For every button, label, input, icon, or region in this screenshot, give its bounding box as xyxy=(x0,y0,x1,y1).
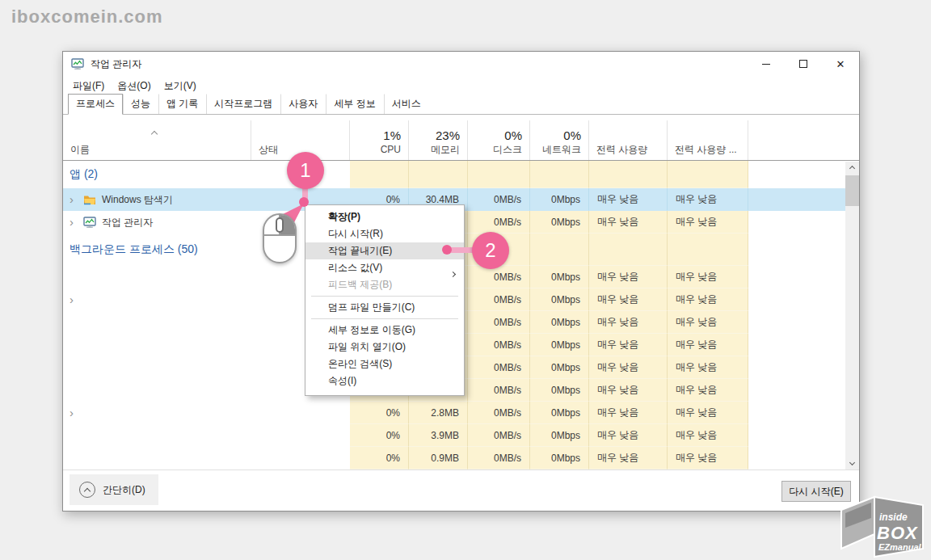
column-header-value: 0% xyxy=(475,128,522,143)
status-cell xyxy=(251,402,350,424)
row-filler xyxy=(748,334,859,356)
network-cell: 0Mbps xyxy=(530,266,589,288)
network-cell: 0Mbps xyxy=(530,424,589,447)
column-header-cpu[interactable]: 1%CPU xyxy=(350,120,409,160)
process-row[interactable]: 0%0.9MB0MB/s0Mbps매우 낮음매우 낮음 xyxy=(63,447,859,469)
svg-text:BOX: BOX xyxy=(877,523,918,543)
network-cell xyxy=(530,234,589,266)
menubar-item[interactable]: 파일(F) xyxy=(66,77,111,95)
name-cell: › xyxy=(63,288,251,311)
expand-chevron-icon[interactable]: › xyxy=(70,296,78,304)
expand-chevron-icon[interactable]: › xyxy=(70,409,78,417)
column-header-network[interactable]: 0%네트워크 xyxy=(530,120,589,160)
context-menu-item[interactable]: 리소스 값(V) xyxy=(305,259,464,276)
name-cell: ›작업 관리자 xyxy=(63,211,251,234)
name-cell: 백그라운드 프로세스 (50) xyxy=(63,234,251,266)
close-icon: ✕ xyxy=(836,58,845,70)
titlebar[interactable]: 작업 관리자 ✕ xyxy=(63,52,859,76)
name-cell xyxy=(63,356,251,379)
vertical-scrollbar[interactable] xyxy=(845,162,859,469)
memory-cell: 3.9MB xyxy=(409,424,468,447)
network-cell: 0Mbps xyxy=(530,334,589,356)
status-cell xyxy=(251,447,350,469)
context-menu-item[interactable]: 온라인 검색(S) xyxy=(305,356,464,373)
name-cell: › xyxy=(63,402,251,424)
context-menu-item[interactable]: 파일 위치 열기(O) xyxy=(305,339,464,356)
footer-bar: 간단히(D) 다시 시작(E) xyxy=(63,469,859,511)
column-header-label: 네트워크 xyxy=(537,143,581,156)
window-controls: ✕ xyxy=(748,52,859,76)
sort-ascending-icon xyxy=(152,125,158,132)
disk-cell xyxy=(468,161,530,188)
tab-성능[interactable]: 성능 xyxy=(123,94,158,114)
context-menu-item[interactable]: 작업 끝내기(E) xyxy=(305,242,464,259)
column-header-filler xyxy=(748,120,859,160)
tab-사용자[interactable]: 사용자 xyxy=(280,94,326,114)
cpu-cell xyxy=(350,161,409,188)
process-row[interactable]: ›0%2.8MB0MB/s0Mbps매우 낮음매우 낮음 xyxy=(63,402,859,424)
column-header-label: 이름 xyxy=(70,143,243,156)
menubar-item[interactable]: 보기(V) xyxy=(158,77,203,95)
context-menu-item[interactable]: 세부 정보로 이동(G) xyxy=(305,322,464,339)
expand-chevron-icon[interactable]: › xyxy=(70,196,78,204)
menu-divider xyxy=(311,296,458,297)
tab-bar: 프로세스성능앱 기록시작프로그램사용자세부 정보서비스 xyxy=(63,96,859,115)
ptrend-cell: 매우 낮음 xyxy=(668,188,748,211)
minimize-button[interactable] xyxy=(748,52,785,76)
column-header-power[interactable]: 전력 사용량 xyxy=(589,120,668,160)
row-filler xyxy=(748,161,859,188)
column-header-memory[interactable]: 23%메모리 xyxy=(409,120,468,160)
tab-서비스[interactable]: 서비스 xyxy=(384,94,429,114)
context-menu-item[interactable]: 다시 시작(R) xyxy=(305,225,464,242)
column-header-ptrend[interactable]: 전력 사용량 ... xyxy=(668,120,748,160)
ptrend-cell: 매우 낮음 xyxy=(668,266,748,288)
disk-cell: 0MB/s xyxy=(468,447,530,469)
disk-cell: 0MB/s xyxy=(468,188,530,211)
disk-cell: 0MB/s xyxy=(468,334,530,356)
minimize-icon xyxy=(762,64,770,65)
row-filler xyxy=(748,288,859,311)
power-cell: 매우 낮음 xyxy=(589,424,668,447)
tab-프로세스[interactable]: 프로세스 xyxy=(68,94,123,115)
power-cell: 매우 낮음 xyxy=(589,188,668,211)
disk-cell: 0MB/s xyxy=(468,288,530,311)
column-header-label: CPU xyxy=(357,143,401,156)
tab-시작프로그램[interactable]: 시작프로그램 xyxy=(206,94,280,114)
menubar-item[interactable]: 옵션(O) xyxy=(111,77,157,95)
expand-chevron-icon[interactable]: › xyxy=(70,218,78,226)
task-manager-icon xyxy=(71,57,84,70)
close-button[interactable]: ✕ xyxy=(822,52,859,76)
context-menu: 확장(P)다시 시작(R)작업 끝내기(E)리소스 값(V)피드백 제공(B)덤… xyxy=(305,204,465,396)
fewer-details-label: 간단히(D) xyxy=(103,483,145,497)
name-cell xyxy=(63,266,251,288)
menu-divider xyxy=(311,318,458,319)
context-menu-item[interactable]: 덤프 파일 만들기(C) xyxy=(305,299,464,316)
fewer-details-toggle[interactable]: 간단히(D) xyxy=(70,474,158,505)
ptrend-cell: 매우 낮음 xyxy=(668,424,748,447)
row-filler xyxy=(748,424,859,447)
callout-2-dot xyxy=(442,245,452,255)
process-group-row[interactable]: 앱 (2) xyxy=(63,161,859,188)
column-header-label: 전력 사용량 ... xyxy=(675,143,740,156)
network-cell: 0Mbps xyxy=(530,356,589,379)
tab-앱 기록[interactable]: 앱 기록 xyxy=(158,94,206,114)
row-filler xyxy=(748,188,859,211)
context-menu-item[interactable]: 속성(I) xyxy=(305,373,464,389)
power-cell: 매우 낮음 xyxy=(589,356,668,379)
row-filler xyxy=(748,311,859,334)
maximize-button[interactable] xyxy=(785,52,822,76)
scroll-down-button[interactable] xyxy=(845,456,859,469)
context-menu-item[interactable]: 확장(P) xyxy=(305,208,464,225)
column-header-disk[interactable]: 0%디스크 xyxy=(468,120,530,160)
power-cell: 매우 낮음 xyxy=(589,402,668,424)
name-cell xyxy=(63,424,251,447)
disk-cell: 0MB/s xyxy=(468,211,530,234)
scrollbar-thumb[interactable] xyxy=(845,175,859,206)
mouse-wheel xyxy=(276,217,284,233)
process-row[interactable]: 0%3.9MB0MB/s0Mbps매우 낮음매우 낮음 xyxy=(63,424,859,447)
scroll-up-button[interactable] xyxy=(845,162,859,175)
tab-세부 정보[interactable]: 세부 정보 xyxy=(326,94,383,114)
row-filler xyxy=(748,266,859,288)
callout-step-1: 1 xyxy=(287,152,324,189)
ptrend-cell xyxy=(668,234,748,266)
